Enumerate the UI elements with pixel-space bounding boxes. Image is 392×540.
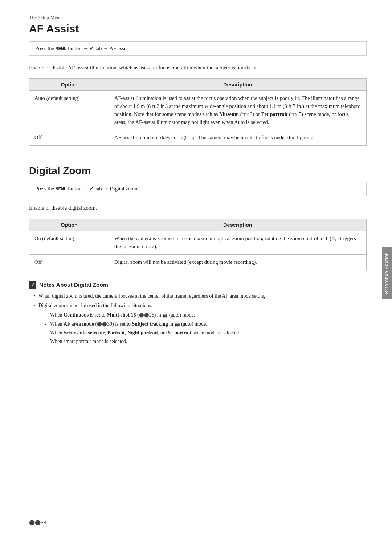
table-row: Off AF-assist illuminator does not light… — [29, 130, 367, 146]
tab-icon-2: ✓ — [89, 186, 94, 192]
row2-option: Off — [29, 130, 109, 146]
breadcrumb: The Setup Menu — [29, 15, 367, 20]
table-row: Auto (default setting) AF-assist illumin… — [29, 91, 367, 130]
tab-icon-1: ✓ — [89, 45, 94, 51]
section2-nav-box: Press the MENU button → ✓ tab → Digital … — [29, 182, 367, 196]
notes-title-bar: ✓ Notes About Digital Zoom — [29, 281, 367, 289]
table-row: Off Digital zoom will not be activated (… — [29, 254, 367, 270]
notes-sublist: When Continuous is set to Multi-shot 16 … — [38, 311, 367, 346]
row3-option: On (default setting) — [29, 231, 109, 255]
nav-middle1: button → — [67, 45, 89, 51]
section-divider — [29, 157, 367, 157]
section1-col2-header: Description — [109, 79, 367, 91]
list-item: When digital zoom is used, the camera fo… — [33, 292, 367, 300]
list-item: When AF area mode (⚫⚫30) is set to Subje… — [45, 320, 367, 328]
section2-col2-header: Description — [109, 219, 367, 231]
nav-middle2: tab → — [94, 45, 109, 51]
nav-dest-1: AF assist — [110, 45, 129, 51]
row3-desc: When the camera is zoomed in to the maxi… — [109, 231, 367, 255]
menu-word-1: MENU — [56, 46, 67, 52]
section2-title: Digital Zoom — [29, 165, 367, 177]
nav2-dest: Digital zoom — [110, 186, 137, 192]
section2-col1-header: Option — [29, 219, 109, 231]
footer-page-number: 58 — [41, 520, 46, 525]
list-item: When Scene auto selector, Portrait, Nigh… — [45, 329, 367, 337]
section1-intro: Enable or disable AF-assist illumination… — [29, 64, 367, 72]
notes-check-icon: ✓ — [29, 281, 36, 289]
notes-title-text: Notes About Digital Zoom — [39, 282, 108, 288]
list-item: When smart portrait mode is selected. — [45, 338, 367, 346]
nav2-middle2: tab → — [94, 186, 110, 192]
section2-intro: Enable or disable digital zoom. — [29, 204, 367, 212]
section1-table: Option Description Auto (default setting… — [29, 78, 367, 146]
notes-list: When digital zoom is used, the camera fo… — [29, 292, 367, 346]
section2-table: Option Description On (default setting) … — [29, 219, 367, 270]
list-item: Digital zoom cannot be used in the follo… — [33, 302, 367, 346]
list-item: When Continuous is set to Multi-shot 16 … — [45, 311, 367, 319]
row4-option: Off — [29, 254, 109, 270]
row1-desc: AF-assist illumination is used to assist… — [109, 91, 367, 130]
section1-col1-header: Option — [29, 79, 109, 91]
row4-desc: Digital zoom will not be activated (exce… — [109, 254, 367, 270]
notes-section: ✓ Notes About Digital Zoom When digital … — [29, 281, 367, 346]
footer-icon: ⚫⚫ — [29, 520, 41, 525]
nav2-middle1: button → — [67, 186, 89, 192]
nav-prefix: Press the — [35, 45, 56, 51]
row1-option: Auto (default setting) — [29, 91, 109, 130]
page-footer: ⚫⚫58 — [29, 520, 46, 525]
side-tab: Reference Section — [382, 247, 392, 299]
section1-nav-box: Press the MENU button → ✓ tab → AF assis… — [29, 41, 367, 56]
nav2-prefix: Press the — [35, 186, 56, 192]
menu-word-2: MENU — [56, 186, 67, 192]
row2-desc: AF-assist illuminator does not light up.… — [109, 130, 367, 146]
table-row: On (default setting) When the camera is … — [29, 231, 367, 255]
section1-title: AF Assist — [29, 23, 367, 35]
